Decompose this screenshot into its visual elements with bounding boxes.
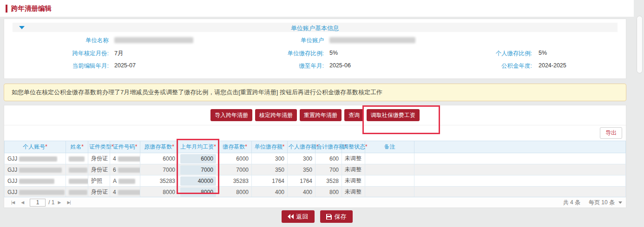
cell-text: GJJ	[7, 178, 17, 184]
column-header-1: 个人账号*	[5, 141, 66, 153]
cell-col-1: GJJ	[5, 175, 66, 187]
redacted-text	[19, 190, 65, 195]
per-page-label: 每页 10 条	[589, 199, 615, 207]
cell-col-6[interactable]: 6000	[178, 153, 218, 164]
highlighted-button-wrap: 调取社保缴费工资	[367, 109, 420, 121]
info-field-row: 跨年核定月份:7月单位缴存比例:5%个人缴存比例:5%	[4, 50, 626, 58]
next-page-button[interactable]: ▶	[58, 200, 61, 205]
cell-col-7: 6000	[218, 153, 252, 164]
page-number-input[interactable]	[30, 199, 46, 207]
roster-grid: 个人账号*姓名*证件类型*证件号码*原缴存基数*上年月均工资*缴存基数*单位缴存…	[4, 141, 626, 198]
cell-text: 4	[113, 156, 116, 162]
cell-text: 1764	[272, 178, 284, 184]
redacted-text	[69, 168, 87, 173]
cell-col-6[interactable]: 8000	[178, 187, 218, 198]
field-label: 个人缴存比例:	[439, 50, 532, 58]
cell-col-4: 4	[110, 153, 140, 164]
cell-col-10: 600	[315, 153, 342, 164]
first-page-button[interactable]: |◀	[11, 200, 14, 205]
cell-col-2	[66, 187, 88, 198]
save-button[interactable]: 保存	[320, 210, 353, 223]
redacted-text	[69, 156, 85, 162]
cell-col-3: 护照	[88, 175, 110, 187]
field-value	[329, 37, 415, 43]
cell-text: 未调整	[345, 177, 361, 184]
cell-col-9: 300	[288, 153, 315, 164]
action-button-2[interactable]: 核定跨年清册	[255, 109, 297, 121]
field-value: 2025-06	[329, 62, 351, 69]
cell-text: GJJ	[7, 189, 17, 195]
cell-col-9: 400	[288, 187, 315, 198]
redacted-value	[114, 37, 193, 43]
field-value: 5%	[539, 50, 547, 56]
action-button-3[interactable]: 重置跨年清册	[300, 109, 342, 121]
cell-col-3: 身份证	[88, 187, 110, 198]
cell-col-6[interactable]: 7000	[178, 164, 218, 175]
page-scrollbar[interactable]	[634, 0, 644, 227]
cell-col-8: 400	[252, 187, 288, 198]
wage-input-cell[interactable]: 8000	[180, 188, 216, 197]
export-button[interactable]: 导出	[600, 127, 622, 139]
cell-text: 8000	[163, 189, 175, 195]
field-label: 单位账户	[231, 37, 324, 45]
cell-col-13	[414, 187, 626, 198]
cell-col-12	[365, 164, 414, 175]
scrollbar-thumb[interactable]	[637, 16, 643, 73]
rewind-icon	[288, 214, 294, 219]
cell-text: 350	[275, 167, 284, 173]
back-button[interactable]: 返回	[282, 210, 315, 223]
cell-col-12	[365, 175, 414, 187]
action-button-1[interactable]: 导入跨年清册	[210, 109, 252, 121]
cell-text: 300	[275, 156, 284, 162]
field-label: 单位缴存比例:	[231, 50, 324, 58]
cell-col-7: 35283	[218, 175, 252, 187]
cell-text: 350	[303, 167, 312, 173]
cell-text: 35283	[233, 178, 249, 184]
field-value: 5%	[329, 50, 338, 56]
wage-input-cell[interactable]: 7000	[180, 165, 216, 175]
cell-text: 身份证	[91, 188, 108, 195]
info-field-row: 单位名称单位账户	[4, 37, 626, 45]
cell-col-1: GJJ	[5, 187, 66, 198]
grid-header-row: 个人账号*姓名*证件类型*证件号码*原缴存基数*上年月均工资*缴存基数*单位缴存…	[5, 141, 626, 153]
column-header-5: 原缴存基数*	[140, 141, 178, 153]
info-field-row: 当前编辑年月:2025-07缴至年月:2025-06公积金年度:2024-202…	[4, 62, 626, 71]
wage-input-cell[interactable]: 6000	[180, 154, 216, 163]
action-button-5[interactable]: 调取社保缴费工资	[367, 109, 420, 121]
cell-text: 6	[113, 167, 116, 173]
cell-col-10: 700	[315, 164, 342, 175]
cell-text: 身份证	[91, 155, 108, 162]
export-row: 导出	[4, 125, 626, 141]
column-header-2: 姓名*	[66, 141, 88, 153]
cell-text: 未调整	[345, 155, 361, 162]
cell-text: A	[113, 178, 117, 184]
column-header-6: 上年月均工资*	[178, 141, 218, 153]
cell-text: GJJ	[7, 167, 17, 173]
cell-text: 800	[329, 189, 339, 195]
field-value: 2024-2025	[539, 62, 566, 69]
cell-col-10: 800	[315, 187, 342, 198]
column-header-3: 证件类型*	[88, 141, 110, 153]
per-page-select[interactable]: 每页 10 条	[589, 199, 622, 207]
cell-col-5: 6000	[140, 153, 178, 164]
column-header-8: 单位缴存额*	[252, 141, 288, 153]
total-pages-label: / 1	[48, 199, 54, 206]
last-page-button[interactable]: ▶|	[67, 200, 70, 205]
cell-col-7: 8000	[218, 187, 252, 198]
table-row: GJJ护照A352834000035283176417643528未调整	[5, 175, 626, 187]
redacted-text	[118, 168, 140, 173]
cell-col-10: 3528	[315, 175, 342, 187]
cell-text: 300	[303, 156, 312, 162]
panel-collapse-bar[interactable]: 单位账户基本信息	[13, 23, 618, 32]
field-label: 缴至年月:	[231, 62, 324, 70]
column-header-13	[414, 141, 626, 153]
notice-text: 如您单位在核定公积金缴存基数前办理了7月增减员业务或调整了缴存比例，请您点击[重…	[12, 88, 382, 97]
cell-col-4: A	[110, 175, 140, 187]
action-button-4[interactable]: 查询	[344, 109, 364, 121]
field-label: 当前编辑年月:	[16, 62, 109, 70]
prev-page-button[interactable]: ◀	[21, 200, 24, 205]
cell-col-6[interactable]: 40000	[178, 175, 218, 187]
cell-col-11: 未调整	[342, 187, 365, 198]
wage-input-cell[interactable]: 40000	[180, 176, 216, 186]
redacted-text	[118, 190, 140, 195]
